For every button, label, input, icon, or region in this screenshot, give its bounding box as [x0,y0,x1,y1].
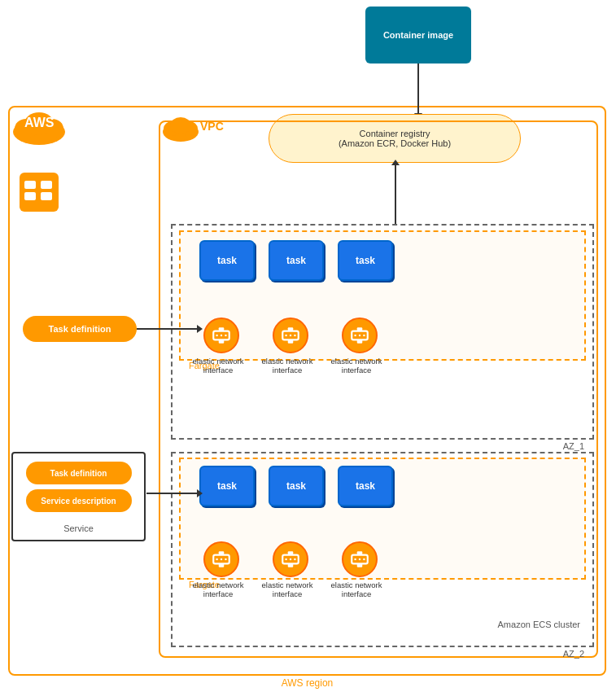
eni-az1-1-label: elastic networkinterface [190,357,246,375]
svg-rect-5 [24,181,36,189]
svg-rect-41 [288,551,294,554]
container-image-box: Container image [365,7,471,64]
service-task-def-pill: Task definition [26,462,132,484]
arrow-service-to-az2 [146,493,198,494]
eni-az2-1-label: elastic networkinterface [190,580,246,599]
task-def-label: Task definition [49,324,111,334]
service-label: Service [63,523,94,533]
svg-rect-42 [288,563,294,567]
task-az2-1: task [199,466,255,506]
svg-rect-36 [219,563,225,567]
svg-rect-48 [357,563,363,567]
eni-az1-1-icon [203,318,239,353]
aws-region-label: AWS region [282,677,334,689]
eni-az1-3-label: elastic networkinterface [329,357,384,375]
eni-az1-2-label: elastic networkinterface [260,357,315,375]
aws-label: AWS [24,116,54,130]
eni-az2-1-icon [203,541,239,577]
eni-az1-3-icon [342,318,378,353]
svg-rect-18 [219,339,225,343]
ecs-icon [18,171,60,215]
eni-az2-2-icon [273,541,308,577]
svg-rect-30 [357,339,363,343]
task-az1-3: task [338,240,393,281]
svg-rect-35 [219,551,225,554]
task-az1-1: task [199,240,255,281]
arrow-task-def-to-az1 [137,328,198,330]
arrow-container-to-registry [417,64,419,114]
svg-rect-6 [24,192,36,200]
service-box: Task definition Service description Serv… [11,452,146,541]
svg-rect-4 [20,173,59,212]
svg-rect-7 [41,181,52,189]
task-az2-3: task [338,466,393,506]
service-description-pill: Service description [26,489,132,512]
eni-az1-2-icon [273,318,308,353]
eni-az2-3-label: elastic networkinterface [329,580,384,599]
svg-rect-24 [288,339,294,343]
ecs-cluster-label: Amazon ECS cluster [498,620,580,629]
svg-rect-29 [357,327,363,331]
aws-cloud-logo: AWS [10,107,68,150]
task-definition-pill: Task definition [23,316,137,342]
svg-rect-17 [219,327,225,331]
eni-az2-3-icon [342,541,378,577]
az1-label: AZ_1 [563,441,584,451]
az2-label: AZ_2 [563,649,584,659]
task-az1-2: task [269,240,324,281]
container-image-label: Container image [383,30,453,40]
svg-rect-47 [357,551,363,554]
svg-rect-23 [288,327,294,331]
task-az2-2: task [269,466,324,506]
eni-az2-2-label: elastic networkinterface [260,580,315,599]
svg-rect-8 [41,192,52,200]
